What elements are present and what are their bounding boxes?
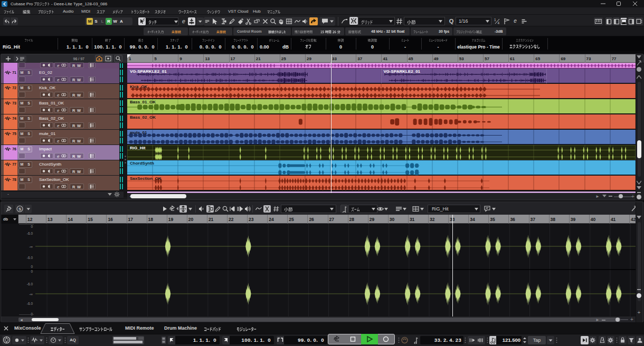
svg-text:e: e [57,108,60,113]
svg-text:4: 4 [498,21,500,25]
svg-text:e: e [57,169,60,174]
svg-text:e: e [57,185,60,189]
svg-text:R: R [72,169,75,174]
svg-text:W: W [77,108,81,112]
svg-text:R: R [72,123,75,128]
svg-text:1: 1 [494,18,496,22]
svg-text:e: e [57,123,60,128]
svg-text:e: e [57,78,60,82]
svg-text:W: W [77,63,81,68]
svg-text:W: W [77,185,81,189]
svg-text:R: R [72,154,75,158]
svg-text:R: R [72,139,75,143]
svg-text:W: W [77,78,81,82]
svg-text:e: e [57,93,60,98]
svg-text:R: R [72,185,75,189]
svg-text:S: S [18,207,22,212]
svg-text:R: R [72,78,75,82]
svg-text:W: W [77,93,81,97]
svg-text:e: e [57,63,60,68]
svg-text:W: W [77,123,81,128]
svg-text:R: R [72,93,75,97]
svg-text:e: e [57,139,60,143]
svg-text:W: W [77,154,81,158]
svg-text:e: e [57,154,60,159]
svg-text:R: R [72,63,75,68]
svg-text:W: W [77,169,81,174]
svg-text:R: R [72,108,75,112]
svg-text:W: W [77,139,81,143]
